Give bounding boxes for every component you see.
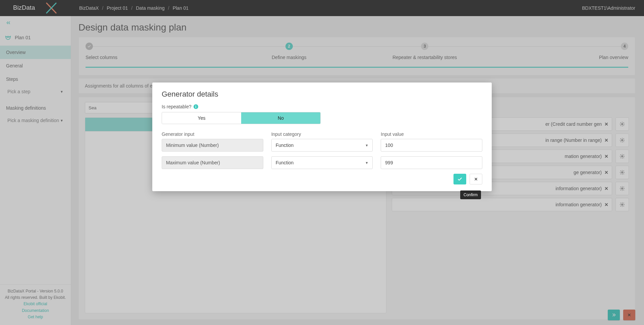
modal-title: Generator details: [162, 90, 482, 99]
input-category-value: Function: [276, 143, 294, 148]
modal-actions: [162, 174, 482, 184]
generator-input-label: Minimum value (Number): [162, 139, 263, 152]
header-generator-input: Generator input: [162, 131, 263, 137]
repeatable-toggle: Yes No: [162, 112, 321, 124]
header-input-value: Input value: [381, 131, 482, 137]
repeatable-label: Is repeatable?: [162, 104, 192, 109]
input-category-select[interactable]: Function ▼: [271, 139, 373, 152]
input-value-field[interactable]: [381, 156, 482, 169]
close-icon: [474, 177, 478, 181]
chevron-down-icon: ▼: [365, 161, 368, 165]
header-input-category: Input category: [271, 131, 373, 137]
generator-input-label: Maximum value (Number): [162, 156, 263, 169]
generator-input-row: Minimum value (Number) Function ▼: [162, 139, 482, 152]
input-value-field[interactable]: [381, 139, 482, 152]
check-icon: [457, 176, 463, 182]
input-headers: Generator input Input category Input val…: [162, 131, 482, 137]
modal-backdrop[interactable]: Generator details Is repeatable? i Yes N…: [0, 0, 644, 325]
input-category-select[interactable]: Function ▼: [271, 156, 373, 169]
chevron-down-icon: ▼: [365, 144, 368, 147]
repeatable-yes[interactable]: Yes: [162, 112, 241, 124]
repeatable-label-row: Is repeatable? i: [162, 104, 482, 109]
cancel-button[interactable]: [470, 174, 482, 184]
input-category-value: Function: [276, 160, 294, 165]
repeatable-no[interactable]: No: [241, 112, 320, 124]
generator-details-modal: Generator details Is repeatable? i Yes N…: [152, 83, 492, 191]
generator-input-row: Maximum value (Number) Function ▼: [162, 156, 482, 169]
info-icon[interactable]: i: [194, 104, 198, 109]
confirm-tooltip: Confirm: [460, 191, 481, 199]
confirm-button[interactable]: [453, 174, 466, 184]
